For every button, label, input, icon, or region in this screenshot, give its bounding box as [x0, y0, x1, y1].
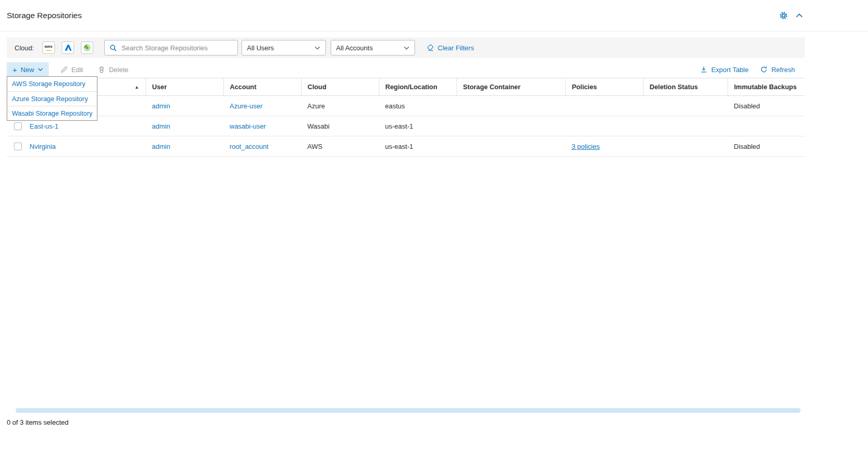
- menu-item-azure-storage-repository[interactable]: Azure Storage Repository: [7, 91, 97, 106]
- clear-filters-button[interactable]: Clear Filters: [427, 44, 474, 52]
- table-wrap: Name ▲ User Account Cloud Region/Locatio…: [7, 78, 805, 157]
- repo-name-link[interactable]: Nvirginia: [30, 143, 56, 150]
- edit-button[interactable]: Edit: [58, 64, 86, 76]
- new-menu: AWS Storage Repository Azure Storage Rep…: [7, 76, 97, 121]
- row-checkbox[interactable]: [14, 143, 22, 150]
- column-label: Immutable Backups: [734, 83, 797, 91]
- menu-item-wasabi-storage-repository[interactable]: Wasabi Storage Repository: [7, 106, 97, 120]
- page-title: Storage Repositories: [7, 11, 82, 20]
- wasabi-cloud-filter-button[interactable]: [81, 41, 93, 54]
- cloud-cell: Wasabi: [301, 116, 379, 136]
- new-button[interactable]: + New: [7, 62, 49, 77]
- account-link[interactable]: wasabi-user: [230, 122, 266, 130]
- trash-icon: [98, 66, 105, 73]
- column-header-region[interactable]: Region/Location: [379, 78, 457, 96]
- table-row: East-us-1 admin wasabi-user Wasabi us-ea…: [7, 116, 805, 136]
- collapse-chevron-up-icon[interactable]: [796, 13, 803, 18]
- plus-icon: +: [12, 66, 17, 74]
- column-label: Storage Container: [463, 83, 521, 91]
- accounts-filter-value: All Accounts: [336, 44, 373, 52]
- immutable-backups-cell: Disabled: [728, 96, 805, 116]
- storage-container-cell: [457, 136, 565, 157]
- export-table-button[interactable]: Export Table: [700, 66, 748, 74]
- aws-cloud-filter-button[interactable]: aws: [42, 41, 55, 54]
- page-header: Storage Repositories: [0, 0, 868, 32]
- column-label: User: [152, 83, 167, 91]
- horizontal-scrollbar[interactable]: [16, 408, 801, 413]
- search-input[interactable]: [121, 44, 233, 52]
- account-link[interactable]: Azure-user: [230, 102, 263, 110]
- region-cell: us-east-1: [379, 136, 457, 157]
- column-label: Account: [230, 83, 257, 91]
- column-header-immutable-backups[interactable]: Immutable Backups: [728, 78, 805, 96]
- deletion-status-cell: [643, 136, 728, 157]
- column-header-deletion-status[interactable]: Deletion Status: [643, 78, 728, 96]
- users-filter-value: All Users: [247, 44, 274, 52]
- page: Storage Repositories Cloud: aws: [0, 0, 868, 461]
- accounts-filter-select[interactable]: All Accounts: [331, 40, 415, 55]
- menu-item-aws-storage-repository[interactable]: AWS Storage Repository: [7, 77, 97, 91]
- delete-button[interactable]: Delete: [95, 64, 132, 76]
- column-label: Policies: [572, 83, 597, 91]
- table-row: admin Azure-user Azure eastus Disabled: [7, 96, 805, 116]
- refresh-label: Refresh: [771, 66, 795, 74]
- deletion-status-cell: [643, 96, 728, 116]
- chevron-down-icon: [315, 46, 320, 50]
- row-checkbox[interactable]: [14, 122, 22, 130]
- delete-button-label: Delete: [109, 66, 129, 74]
- azure-cloud-filter-button[interactable]: [62, 41, 74, 54]
- chevron-down-icon: [38, 68, 43, 71]
- selection-status: 0 of 3 items selected: [7, 418, 68, 426]
- toolbar: + New Edit: [7, 61, 805, 78]
- column-label: Deletion Status: [650, 83, 698, 91]
- region-cell: eastus: [379, 96, 457, 116]
- header-icons: [779, 11, 803, 20]
- users-filter-select[interactable]: All Users: [241, 40, 326, 55]
- storage-container-cell: [457, 96, 565, 116]
- column-header-cloud[interactable]: Cloud: [301, 78, 379, 96]
- refresh-icon: [760, 66, 767, 73]
- storage-container-cell: [457, 116, 565, 136]
- column-header-storage-container[interactable]: Storage Container: [457, 78, 565, 96]
- column-label: Cloud: [308, 83, 326, 91]
- chevron-down-icon: [404, 46, 409, 50]
- search-box: [104, 40, 238, 55]
- region-cell: us-east-1: [379, 116, 457, 136]
- filter-bar: Cloud: aws: [7, 37, 805, 58]
- search-icon: [109, 44, 117, 52]
- account-link[interactable]: root_account: [230, 143, 268, 150]
- user-link[interactable]: admin: [152, 102, 170, 110]
- immutable-backups-cell: Disabled: [728, 136, 805, 157]
- cloud-cell: AWS: [301, 136, 379, 157]
- table-row: Nvirginia admin root_account AWS us-east…: [7, 136, 805, 157]
- column-header-account[interactable]: Account: [223, 78, 301, 96]
- edit-button-label: Edit: [72, 66, 83, 74]
- download-icon: [700, 66, 707, 73]
- pencil-icon: [61, 66, 68, 73]
- cloud-cell: Azure: [301, 96, 379, 116]
- storage-repositories-table: Name ▲ User Account Cloud Region/Locatio…: [7, 78, 805, 157]
- content: Cloud: aws: [0, 32, 868, 461]
- repo-name-link[interactable]: East-us-1: [30, 122, 59, 130]
- sort-ascending-icon[interactable]: ▲: [135, 85, 139, 90]
- table-header-row: Name ▲ User Account Cloud Region/Locatio…: [7, 78, 805, 96]
- wasabi-icon: [83, 44, 91, 52]
- export-table-label: Export Table: [711, 66, 748, 74]
- azure-icon: [64, 44, 72, 52]
- deletion-status-cell: [643, 116, 728, 136]
- policies-link[interactable]: 3 policies: [572, 143, 600, 150]
- new-button-label: New: [21, 66, 34, 74]
- settings-gear-icon[interactable]: [779, 11, 788, 20]
- eraser-icon: [427, 44, 434, 51]
- aws-icon: aws: [45, 45, 52, 51]
- user-link[interactable]: admin: [152, 143, 170, 150]
- refresh-button[interactable]: Refresh: [760, 66, 795, 74]
- column-header-user[interactable]: User: [146, 78, 223, 96]
- cloud-filter-label: Cloud:: [15, 44, 34, 52]
- immutable-backups-cell: [728, 116, 805, 136]
- column-header-policies[interactable]: Policies: [565, 78, 643, 96]
- clear-filters-label: Clear Filters: [438, 44, 474, 52]
- column-label: Region/Location: [386, 83, 437, 91]
- user-link[interactable]: admin: [152, 122, 170, 130]
